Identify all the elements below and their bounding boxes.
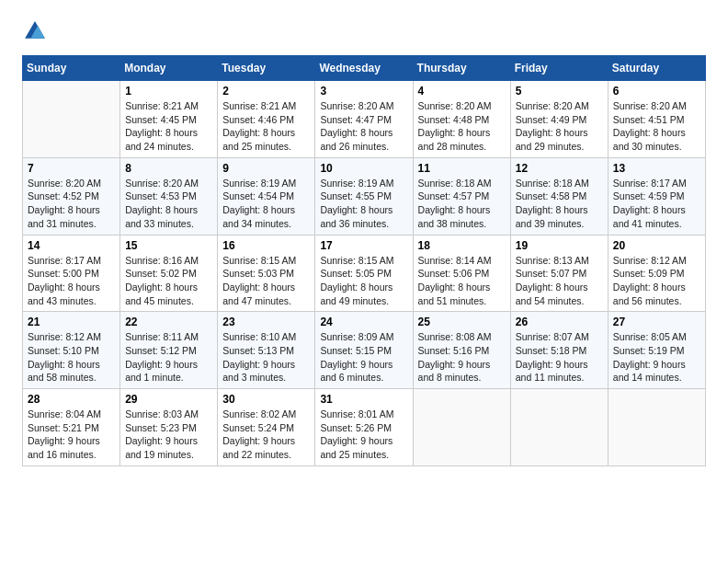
day-content: Sunrise: 8:17 AMSunset: 4:59 PMDaylight:…	[613, 177, 700, 231]
day-number: 4	[418, 85, 506, 98]
day-cell: 29Sunrise: 8:03 AMSunset: 5:23 PMDayligh…	[120, 389, 218, 466]
day-content: Sunrise: 8:14 AMSunset: 5:06 PMDaylight:…	[418, 254, 506, 308]
day-cell: 27Sunrise: 8:05 AMSunset: 5:19 PMDayligh…	[608, 312, 705, 389]
day-cell: 6Sunrise: 8:20 AMSunset: 4:51 PMDaylight…	[608, 81, 705, 158]
day-cell: 7Sunrise: 8:20 AMSunset: 4:52 PMDaylight…	[23, 157, 120, 235]
day-cell: 17Sunrise: 8:15 AMSunset: 5:05 PMDayligh…	[315, 235, 413, 312]
day-cell: 12Sunrise: 8:18 AMSunset: 4:58 PMDayligh…	[510, 157, 608, 235]
day-content: Sunrise: 8:20 AMSunset: 4:51 PMDaylight:…	[613, 99, 700, 154]
day-cell: 3Sunrise: 8:20 AMSunset: 4:47 PMDaylight…	[315, 81, 413, 158]
day-cell: 23Sunrise: 8:10 AMSunset: 5:13 PMDayligh…	[218, 312, 315, 389]
week-row-2: 7Sunrise: 8:20 AMSunset: 4:52 PMDaylight…	[23, 157, 706, 235]
day-number: 14	[28, 239, 115, 252]
day-number: 16	[222, 239, 310, 252]
day-content: Sunrise: 8:02 AMSunset: 5:24 PMDaylight:…	[222, 408, 310, 462]
day-cell: 8Sunrise: 8:20 AMSunset: 4:53 PMDaylight…	[120, 157, 218, 235]
day-number: 17	[320, 239, 407, 252]
day-content: Sunrise: 8:12 AMSunset: 5:10 PMDaylight:…	[28, 330, 115, 385]
day-number: 29	[125, 393, 212, 406]
header-thursday: Thursday	[413, 56, 510, 81]
header-saturday: Saturday	[608, 56, 705, 81]
day-content: Sunrise: 8:19 AMSunset: 4:54 PMDaylight:…	[222, 177, 310, 231]
day-content: Sunrise: 8:01 AMSunset: 5:26 PMDaylight:…	[320, 408, 407, 462]
day-number: 18	[418, 239, 506, 252]
week-row-1: 1Sunrise: 8:21 AMSunset: 4:45 PMDaylight…	[23, 81, 706, 158]
day-content: Sunrise: 8:03 AMSunset: 5:23 PMDaylight:…	[125, 408, 212, 462]
page: SundayMondayTuesdayWednesdayThursdayFrid…	[0, 0, 728, 563]
header-tuesday: Tuesday	[218, 56, 315, 81]
day-cell	[413, 389, 510, 466]
day-cell: 11Sunrise: 8:18 AMSunset: 4:57 PMDayligh…	[413, 157, 510, 235]
day-number: 25	[418, 316, 506, 328]
day-cell: 14Sunrise: 8:17 AMSunset: 5:00 PMDayligh…	[23, 235, 120, 312]
day-number: 7	[28, 162, 115, 175]
day-content: Sunrise: 8:09 AMSunset: 5:15 PMDaylight:…	[320, 330, 407, 385]
day-cell: 24Sunrise: 8:09 AMSunset: 5:15 PMDayligh…	[315, 312, 413, 389]
day-content: Sunrise: 8:04 AMSunset: 5:21 PMDaylight:…	[28, 408, 115, 462]
day-cell: 15Sunrise: 8:16 AMSunset: 5:02 PMDayligh…	[120, 235, 218, 312]
day-number: 13	[613, 162, 700, 175]
week-row-4: 21Sunrise: 8:12 AMSunset: 5:10 PMDayligh…	[23, 312, 706, 389]
day-content: Sunrise: 8:21 AMSunset: 4:46 PMDaylight:…	[222, 99, 310, 154]
day-number: 9	[222, 162, 310, 175]
day-cell: 31Sunrise: 8:01 AMSunset: 5:26 PMDayligh…	[315, 389, 413, 466]
day-content: Sunrise: 8:20 AMSunset: 4:52 PMDaylight:…	[28, 177, 115, 231]
day-cell: 21Sunrise: 8:12 AMSunset: 5:10 PMDayligh…	[23, 312, 120, 389]
day-cell	[510, 389, 608, 466]
day-number: 10	[320, 162, 407, 175]
day-number: 22	[125, 316, 212, 328]
day-content: Sunrise: 8:11 AMSunset: 5:12 PMDaylight:…	[125, 330, 212, 385]
logo	[22, 18, 51, 44]
day-number: 26	[516, 316, 603, 328]
day-cell	[608, 389, 705, 466]
day-content: Sunrise: 8:20 AMSunset: 4:48 PMDaylight:…	[418, 99, 506, 154]
day-number: 12	[516, 162, 603, 175]
day-number: 5	[516, 85, 603, 98]
day-number: 11	[418, 162, 506, 175]
day-content: Sunrise: 8:18 AMSunset: 4:57 PMDaylight:…	[418, 177, 506, 231]
day-cell: 28Sunrise: 8:04 AMSunset: 5:21 PMDayligh…	[23, 389, 120, 466]
day-cell: 26Sunrise: 8:07 AMSunset: 5:18 PMDayligh…	[510, 312, 608, 389]
day-content: Sunrise: 8:19 AMSunset: 4:55 PMDaylight:…	[320, 177, 407, 231]
day-content: Sunrise: 8:07 AMSunset: 5:18 PMDaylight:…	[516, 330, 603, 385]
week-row-5: 28Sunrise: 8:04 AMSunset: 5:21 PMDayligh…	[23, 389, 706, 466]
day-cell: 18Sunrise: 8:14 AMSunset: 5:06 PMDayligh…	[413, 235, 510, 312]
header-wednesday: Wednesday	[315, 56, 413, 81]
calendar-table: SundayMondayTuesdayWednesdayThursdayFrid…	[22, 55, 706, 466]
day-content: Sunrise: 8:20 AMSunset: 4:49 PMDaylight:…	[516, 99, 603, 154]
day-number: 19	[516, 239, 603, 252]
calendar-header-row: SundayMondayTuesdayWednesdayThursdayFrid…	[23, 56, 706, 81]
day-content: Sunrise: 8:16 AMSunset: 5:02 PMDaylight:…	[125, 254, 212, 308]
header-friday: Friday	[510, 56, 608, 81]
day-cell: 9Sunrise: 8:19 AMSunset: 4:54 PMDaylight…	[218, 157, 315, 235]
day-content: Sunrise: 8:05 AMSunset: 5:19 PMDaylight:…	[613, 330, 700, 385]
day-cell: 2Sunrise: 8:21 AMSunset: 4:46 PMDaylight…	[218, 81, 315, 158]
day-content: Sunrise: 8:20 AMSunset: 4:47 PMDaylight:…	[320, 99, 407, 154]
day-number: 15	[125, 239, 212, 252]
day-content: Sunrise: 8:12 AMSunset: 5:09 PMDaylight:…	[613, 254, 700, 308]
day-cell: 16Sunrise: 8:15 AMSunset: 5:03 PMDayligh…	[218, 235, 315, 312]
day-content: Sunrise: 8:20 AMSunset: 4:53 PMDaylight:…	[125, 177, 212, 231]
day-number: 2	[222, 85, 310, 98]
day-number: 24	[320, 316, 407, 328]
day-content: Sunrise: 8:08 AMSunset: 5:16 PMDaylight:…	[418, 330, 506, 385]
day-number: 20	[613, 239, 700, 252]
day-cell: 13Sunrise: 8:17 AMSunset: 4:59 PMDayligh…	[608, 157, 705, 235]
day-cell: 10Sunrise: 8:19 AMSunset: 4:55 PMDayligh…	[315, 157, 413, 235]
day-content: Sunrise: 8:21 AMSunset: 4:45 PMDaylight:…	[125, 99, 212, 154]
day-cell	[23, 81, 120, 158]
header-sunday: Sunday	[23, 56, 120, 81]
logo-icon	[22, 18, 48, 44]
day-content: Sunrise: 8:15 AMSunset: 5:03 PMDaylight:…	[222, 254, 310, 308]
day-number: 23	[222, 316, 310, 328]
day-content: Sunrise: 8:18 AMSunset: 4:58 PMDaylight:…	[516, 177, 603, 231]
header	[22, 18, 706, 44]
day-cell: 25Sunrise: 8:08 AMSunset: 5:16 PMDayligh…	[413, 312, 510, 389]
day-content: Sunrise: 8:10 AMSunset: 5:13 PMDaylight:…	[222, 330, 310, 385]
day-cell: 1Sunrise: 8:21 AMSunset: 4:45 PMDaylight…	[120, 81, 218, 158]
day-cell: 20Sunrise: 8:12 AMSunset: 5:09 PMDayligh…	[608, 235, 705, 312]
day-number: 1	[125, 85, 212, 98]
day-number: 3	[320, 85, 407, 98]
day-cell: 5Sunrise: 8:20 AMSunset: 4:49 PMDaylight…	[510, 81, 608, 158]
day-number: 8	[125, 162, 212, 175]
